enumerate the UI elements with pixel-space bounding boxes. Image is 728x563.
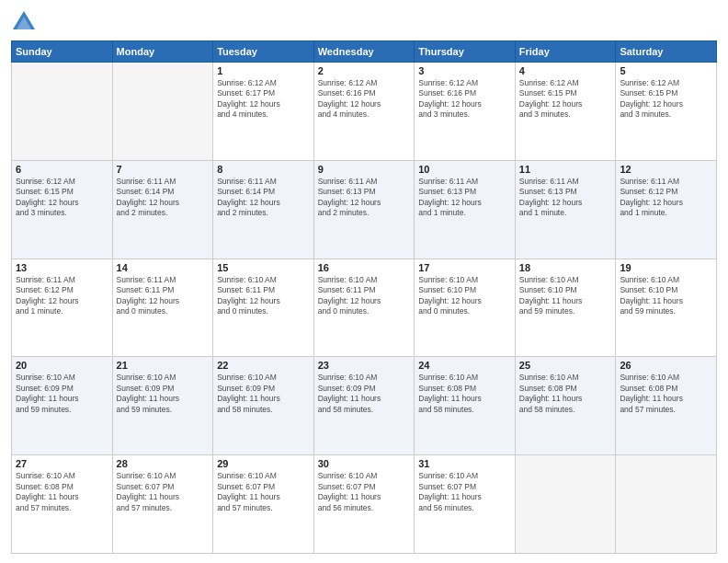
calendar-week-row: 20Sunrise: 6:10 AM Sunset: 6:09 PM Dayli… [12, 357, 717, 455]
day-number: 11 [519, 164, 612, 175]
day-info: Sunrise: 6:10 AM Sunset: 6:11 PM Dayligh… [318, 275, 411, 317]
calendar-cell: 24Sunrise: 6:10 AM Sunset: 6:08 PM Dayli… [415, 357, 516, 455]
day-number: 17 [418, 262, 511, 273]
day-info: Sunrise: 6:11 AM Sunset: 6:13 PM Dayligh… [519, 177, 612, 219]
day-number: 3 [418, 65, 511, 76]
page: SundayMondayTuesdayWednesdayThursdayFrid… [0, 0, 728, 563]
calendar-cell: 25Sunrise: 6:10 AM Sunset: 6:08 PM Dayli… [515, 357, 616, 455]
day-number: 23 [318, 360, 411, 371]
calendar-day-header: Monday [112, 41, 213, 63]
calendar-cell: 13Sunrise: 6:11 AM Sunset: 6:12 PM Dayli… [12, 259, 113, 357]
day-number: 10 [418, 164, 511, 175]
calendar-table: SundayMondayTuesdayWednesdayThursdayFrid… [11, 40, 717, 554]
calendar-cell: 2Sunrise: 6:12 AM Sunset: 6:16 PM Daylig… [313, 63, 415, 161]
calendar-cell: 23Sunrise: 6:10 AM Sunset: 6:09 PM Dayli… [313, 357, 415, 455]
day-info: Sunrise: 6:11 AM Sunset: 6:13 PM Dayligh… [418, 177, 511, 219]
calendar-cell: 31Sunrise: 6:10 AM Sunset: 6:07 PM Dayli… [415, 455, 516, 554]
calendar-day-header: Tuesday [213, 41, 314, 63]
calendar-cell [515, 455, 616, 554]
day-info: Sunrise: 6:10 AM Sunset: 6:09 PM Dayligh… [318, 373, 411, 415]
calendar-cell: 8Sunrise: 6:11 AM Sunset: 6:14 PM Daylig… [213, 160, 314, 259]
day-info: Sunrise: 6:12 AM Sunset: 6:16 PM Dayligh… [418, 78, 511, 121]
day-info: Sunrise: 6:10 AM Sunset: 6:08 PM Dayligh… [620, 373, 712, 415]
calendar-cell: 16Sunrise: 6:10 AM Sunset: 6:11 PM Dayli… [313, 259, 415, 357]
day-info: Sunrise: 6:10 AM Sunset: 6:07 PM Dayligh… [117, 471, 210, 513]
calendar-cell: 10Sunrise: 6:11 AM Sunset: 6:13 PM Dayli… [415, 160, 516, 259]
day-info: Sunrise: 6:12 AM Sunset: 6:15 PM Dayligh… [16, 177, 108, 219]
day-number: 1 [217, 65, 310, 76]
day-number: 5 [620, 65, 712, 76]
day-info: Sunrise: 6:10 AM Sunset: 6:09 PM Dayligh… [117, 373, 210, 415]
calendar-header-row: SundayMondayTuesdayWednesdayThursdayFrid… [12, 41, 717, 63]
day-info: Sunrise: 6:12 AM Sunset: 6:15 PM Dayligh… [620, 78, 712, 121]
calendar-cell: 22Sunrise: 6:10 AM Sunset: 6:09 PM Dayli… [213, 357, 314, 455]
day-number: 13 [16, 262, 108, 273]
day-info: Sunrise: 6:10 AM Sunset: 6:07 PM Dayligh… [217, 471, 310, 513]
day-number: 20 [16, 360, 108, 371]
day-info: Sunrise: 6:10 AM Sunset: 6:08 PM Dayligh… [418, 373, 511, 415]
calendar-cell: 30Sunrise: 6:10 AM Sunset: 6:07 PM Dayli… [313, 455, 415, 554]
calendar-cell: 18Sunrise: 6:10 AM Sunset: 6:10 PM Dayli… [515, 259, 616, 357]
calendar-cell: 17Sunrise: 6:10 AM Sunset: 6:10 PM Dayli… [415, 259, 516, 357]
day-info: Sunrise: 6:11 AM Sunset: 6:13 PM Dayligh… [318, 177, 411, 219]
day-number: 2 [318, 65, 411, 76]
day-info: Sunrise: 6:10 AM Sunset: 6:07 PM Dayligh… [318, 471, 411, 513]
day-info: Sunrise: 6:11 AM Sunset: 6:12 PM Dayligh… [620, 177, 712, 219]
calendar-cell: 15Sunrise: 6:10 AM Sunset: 6:11 PM Dayli… [213, 259, 314, 357]
calendar-day-header: Sunday [12, 41, 113, 63]
day-number: 15 [217, 262, 310, 273]
day-info: Sunrise: 6:12 AM Sunset: 6:17 PM Dayligh… [217, 78, 310, 121]
calendar-day-header: Thursday [415, 41, 516, 63]
calendar-day-header: Saturday [616, 41, 717, 63]
day-number: 22 [217, 360, 310, 371]
day-info: Sunrise: 6:11 AM Sunset: 6:14 PM Dayligh… [217, 177, 310, 219]
calendar-cell [616, 455, 717, 554]
calendar-day-header: Friday [515, 41, 616, 63]
day-info: Sunrise: 6:10 AM Sunset: 6:09 PM Dayligh… [217, 373, 310, 415]
day-info: Sunrise: 6:11 AM Sunset: 6:11 PM Dayligh… [117, 275, 210, 317]
calendar-cell: 20Sunrise: 6:10 AM Sunset: 6:09 PM Dayli… [12, 357, 113, 455]
day-info: Sunrise: 6:12 AM Sunset: 6:15 PM Dayligh… [519, 78, 612, 121]
day-info: Sunrise: 6:10 AM Sunset: 6:09 PM Dayligh… [16, 373, 108, 415]
day-number: 14 [117, 262, 210, 273]
calendar-cell: 4Sunrise: 6:12 AM Sunset: 6:15 PM Daylig… [515, 63, 616, 161]
day-info: Sunrise: 6:12 AM Sunset: 6:16 PM Dayligh… [318, 78, 411, 121]
calendar-cell: 26Sunrise: 6:10 AM Sunset: 6:08 PM Dayli… [616, 357, 717, 455]
calendar-cell [112, 63, 213, 161]
day-number: 28 [117, 458, 210, 469]
header [11, 9, 717, 35]
calendar-cell: 12Sunrise: 6:11 AM Sunset: 6:12 PM Dayli… [616, 160, 717, 259]
day-number: 7 [117, 164, 210, 175]
day-number: 25 [519, 360, 612, 371]
day-number: 30 [318, 458, 411, 469]
logo-icon [11, 9, 37, 35]
day-number: 9 [318, 164, 411, 175]
day-number: 4 [519, 65, 612, 76]
day-number: 18 [519, 262, 612, 273]
calendar-week-row: 13Sunrise: 6:11 AM Sunset: 6:12 PM Dayli… [12, 259, 717, 357]
day-info: Sunrise: 6:10 AM Sunset: 6:10 PM Dayligh… [418, 275, 511, 317]
day-info: Sunrise: 6:10 AM Sunset: 6:08 PM Dayligh… [16, 471, 108, 513]
day-info: Sunrise: 6:10 AM Sunset: 6:07 PM Dayligh… [418, 471, 511, 513]
day-number: 6 [16, 164, 108, 175]
day-info: Sunrise: 6:10 AM Sunset: 6:10 PM Dayligh… [519, 275, 612, 317]
calendar-cell: 7Sunrise: 6:11 AM Sunset: 6:14 PM Daylig… [112, 160, 213, 259]
day-info: Sunrise: 6:11 AM Sunset: 6:14 PM Dayligh… [117, 177, 210, 219]
calendar-week-row: 27Sunrise: 6:10 AM Sunset: 6:08 PM Dayli… [12, 455, 717, 554]
calendar-cell: 29Sunrise: 6:10 AM Sunset: 6:07 PM Dayli… [213, 455, 314, 554]
day-number: 31 [418, 458, 511, 469]
day-info: Sunrise: 6:11 AM Sunset: 6:12 PM Dayligh… [16, 275, 108, 317]
calendar-cell: 1Sunrise: 6:12 AM Sunset: 6:17 PM Daylig… [213, 63, 314, 161]
calendar-cell: 11Sunrise: 6:11 AM Sunset: 6:13 PM Dayli… [515, 160, 616, 259]
day-info: Sunrise: 6:10 AM Sunset: 6:11 PM Dayligh… [217, 275, 310, 317]
calendar-cell: 21Sunrise: 6:10 AM Sunset: 6:09 PM Dayli… [112, 357, 213, 455]
day-info: Sunrise: 6:10 AM Sunset: 6:08 PM Dayligh… [519, 373, 612, 415]
calendar-cell [12, 63, 113, 161]
calendar-cell: 3Sunrise: 6:12 AM Sunset: 6:16 PM Daylig… [415, 63, 516, 161]
calendar-cell: 14Sunrise: 6:11 AM Sunset: 6:11 PM Dayli… [112, 259, 213, 357]
day-number: 16 [318, 262, 411, 273]
calendar-cell: 6Sunrise: 6:12 AM Sunset: 6:15 PM Daylig… [12, 160, 113, 259]
logo [11, 9, 40, 35]
calendar-cell: 9Sunrise: 6:11 AM Sunset: 6:13 PM Daylig… [313, 160, 415, 259]
calendar-cell: 19Sunrise: 6:10 AM Sunset: 6:10 PM Dayli… [616, 259, 717, 357]
